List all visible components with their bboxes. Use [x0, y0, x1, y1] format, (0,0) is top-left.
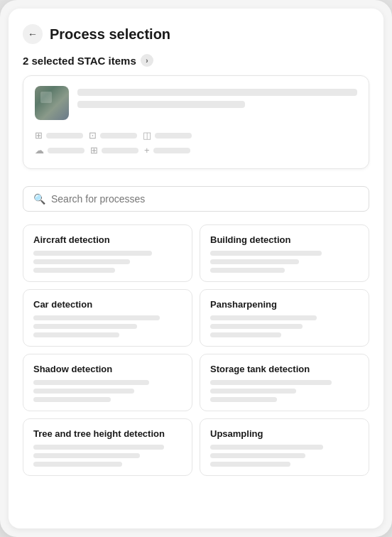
process-card-pansharpening[interactable]: Pansharpening	[200, 289, 369, 347]
processes-grid: Aircraft detectionBuilding detectionCar …	[9, 219, 383, 476]
process-skeleton-lines	[210, 251, 359, 273]
search-input[interactable]	[51, 193, 359, 205]
process-skeleton-lines	[33, 315, 182, 337]
skeleton-line	[33, 251, 152, 256]
stac-card: ⊞ ⊡ ◫ ☁	[23, 75, 369, 169]
card-text-lines	[77, 86, 357, 108]
skeleton-line	[210, 462, 290, 467]
process-skeleton-lines	[33, 445, 182, 467]
process-skeleton-lines	[210, 380, 359, 402]
map-icon: ⊞	[35, 130, 43, 141]
process-title-shadow-detection: Shadow detection	[33, 364, 182, 374]
icon-group-layers: ◫	[143, 130, 192, 141]
search-section: 🔍	[9, 176, 383, 219]
skeleton-line	[33, 259, 130, 264]
skeleton-line	[153, 148, 190, 153]
process-title-storage-tank-detection: Storage tank detection	[210, 364, 359, 374]
process-card-tree-height-detection[interactable]: Tree and tree height detection	[23, 418, 192, 476]
card-thumbnail	[35, 86, 69, 120]
skeleton-line	[210, 324, 303, 329]
icon-group-plus: +	[144, 145, 190, 156]
skeleton-line	[210, 259, 299, 264]
cloud-icon: ☁	[35, 145, 44, 156]
process-skeleton-lines	[210, 445, 359, 467]
card-icons-row-2: ☁ ⊞ +	[35, 145, 357, 156]
image-icon: ⊡	[89, 130, 97, 141]
card-top-row	[35, 86, 357, 120]
layers-icon: ◫	[143, 130, 151, 141]
skeleton-line	[33, 324, 137, 329]
page-title: Process selection	[50, 26, 170, 43]
process-card-shadow-detection[interactable]: Shadow detection	[23, 354, 192, 411]
card-icons-row-1: ⊞ ⊡ ◫	[35, 130, 357, 141]
grid-icon: ⊞	[90, 145, 98, 156]
search-box[interactable]: 🔍	[23, 186, 369, 212]
process-card-aircraft-detection[interactable]: Aircraft detection	[23, 224, 192, 282]
skeleton-line	[33, 389, 134, 394]
skeleton-line	[46, 133, 83, 139]
skeleton-line	[33, 445, 164, 450]
skeleton-line	[33, 315, 160, 320]
stac-label[interactable]: 2 selected STAC items ›	[23, 54, 369, 67]
icon-group-cloud: ☁	[35, 145, 85, 156]
skeleton-line	[33, 380, 149, 385]
skeleton-line	[33, 397, 111, 402]
skeleton-line	[210, 268, 285, 273]
skeleton-line	[210, 332, 281, 337]
stac-section: 2 selected STAC items › ⊞	[9, 54, 383, 176]
skeleton-line	[33, 268, 115, 273]
process-title-pansharpening: Pansharpening	[210, 299, 359, 310]
skeleton-line	[155, 133, 192, 139]
process-card-storage-tank-detection[interactable]: Storage tank detection	[200, 354, 369, 411]
skeleton-line	[210, 380, 332, 385]
process-skeleton-lines	[33, 251, 182, 273]
back-button[interactable]: ←	[23, 24, 43, 44]
skeleton-line	[100, 133, 137, 139]
process-title-car-detection: Car detection	[33, 299, 182, 310]
skeleton-line	[210, 397, 277, 402]
skeleton-line	[210, 389, 296, 394]
phone-frame: ← Process selection 2 selected STAC item…	[0, 0, 392, 537]
process-title-tree-height-detection: Tree and tree height detection	[33, 428, 182, 439]
main-page: ← Process selection 2 selected STAC item…	[9, 9, 383, 528]
process-skeleton-lines	[210, 315, 359, 337]
stac-chevron-icon: ›	[141, 54, 153, 67]
process-title-building-detection: Building detection	[210, 234, 359, 245]
icon-group-grid: ⊞	[90, 145, 138, 156]
process-card-upsampling[interactable]: Upsampling	[200, 418, 369, 476]
skeleton-line	[33, 453, 140, 458]
process-skeleton-lines	[33, 380, 182, 402]
skeleton-line	[210, 251, 322, 256]
icon-group-image: ⊡	[89, 130, 137, 141]
process-card-building-detection[interactable]: Building detection	[200, 224, 369, 282]
skeleton-line	[48, 148, 85, 153]
skeleton-line	[210, 315, 317, 320]
header: ← Process selection	[9, 9, 383, 54]
skeleton-line	[33, 332, 119, 337]
process-title-aircraft-detection: Aircraft detection	[33, 234, 182, 245]
skeleton-line	[102, 148, 138, 153]
back-arrow-icon: ←	[28, 28, 38, 40]
stac-count-text: 2 selected STAC items	[23, 55, 136, 67]
skeleton-line	[77, 89, 357, 96]
skeleton-line	[77, 101, 245, 108]
icon-group-map: ⊞	[35, 130, 83, 141]
plus-icon: +	[144, 145, 150, 156]
process-title-upsampling: Upsampling	[210, 428, 359, 439]
skeleton-line	[33, 462, 122, 467]
search-icon: 🔍	[33, 193, 45, 205]
skeleton-line	[210, 445, 323, 450]
skeleton-line	[210, 453, 305, 458]
process-card-car-detection[interactable]: Car detection	[23, 289, 192, 347]
